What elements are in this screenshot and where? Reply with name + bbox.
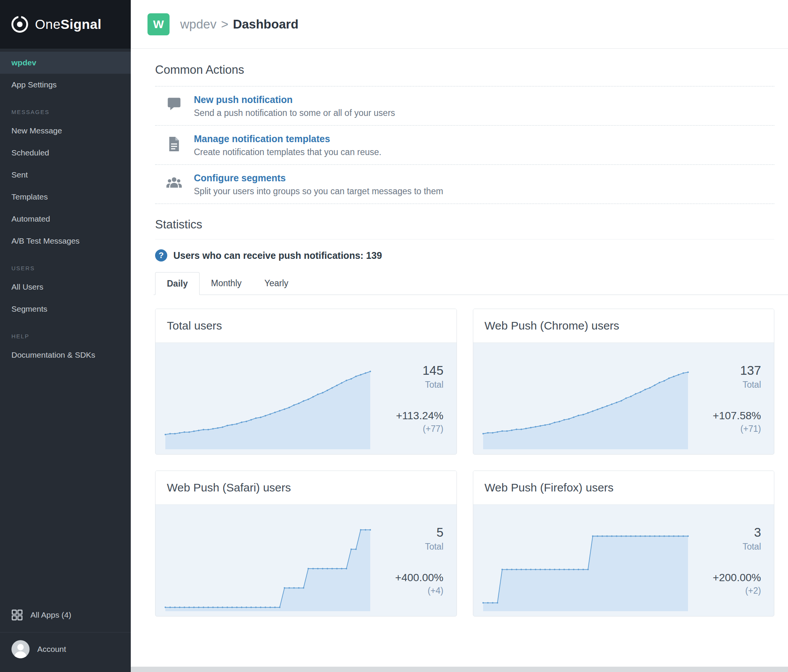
- app-root: OneSignal wpdev App Settings MESSAGES Ne…: [0, 0, 788, 672]
- action-configure-segments-link[interactable]: Configure segments: [194, 173, 443, 184]
- stat-total-label: Total: [375, 542, 443, 552]
- stat-change-pct: +200.00%: [692, 572, 761, 584]
- chart-chrome-users: [482, 357, 690, 450]
- sidebar-item-ab-test-messages[interactable]: A/B Test Messages: [0, 230, 131, 252]
- stat-total-value: 3: [692, 525, 761, 540]
- stat-total-block: 145 Total: [375, 363, 443, 390]
- action-new-push-notification[interactable]: New push notification Send a push notifi…: [155, 87, 774, 126]
- card-safari-users-stats: 5 Total +400.00% (+4): [375, 505, 456, 616]
- action-manage-templates-desc: Create notification templates that you c…: [194, 147, 382, 157]
- action-manage-templates-link[interactable]: Manage notification templates: [194, 133, 382, 145]
- sidebar-item-sent[interactable]: Sent: [0, 164, 131, 186]
- breadcrumb: wpdev > Dashboard: [180, 17, 299, 32]
- brand-name: OneSignal: [35, 17, 102, 32]
- stat-total-label: Total: [692, 380, 761, 390]
- sidebar-item-templates[interactable]: Templates: [0, 186, 131, 208]
- action-text: Manage notification templates Create not…: [194, 133, 382, 157]
- all-apps-label: All Apps (4): [30, 610, 71, 620]
- grid-icon: [11, 608, 24, 621]
- sidebar-section-users: USERS: [0, 252, 131, 276]
- statistics-section: Statistics ? Users who can receive push …: [154, 218, 774, 628]
- stat-change-abs: (+2): [692, 586, 761, 596]
- card-total-users-body: 145 Total +113.24% (+77): [156, 343, 456, 454]
- stats-period-tabs: Daily Monthly Yearly: [154, 272, 788, 295]
- card-safari-users-body: 5 Total +400.00% (+4): [156, 505, 456, 616]
- tab-yearly[interactable]: Yearly: [253, 272, 300, 295]
- action-configure-segments[interactable]: Configure segments Split your users into…: [155, 165, 774, 204]
- onesignal-logo[interactable]: OneSignal: [0, 0, 131, 49]
- stat-change-abs: (+71): [692, 424, 761, 434]
- content: Common Actions New push notification Sen…: [131, 49, 788, 667]
- stat-total-block: 3 Total: [692, 525, 761, 552]
- account-label: Account: [37, 645, 66, 654]
- app-icon[interactable]: W: [148, 13, 170, 35]
- card-chrome-users-body: 137 Total +107.58% (+71): [473, 343, 774, 454]
- stat-change-pct: +400.00%: [375, 572, 443, 584]
- card-firefox-users: Web Push (Firefox) users 3 Total +200.00…: [473, 470, 775, 616]
- card-chrome-users-title: Web Push (Chrome) users: [473, 309, 774, 343]
- sidebar-item-automated[interactable]: Automated: [0, 208, 131, 230]
- help-icon[interactable]: ?: [155, 249, 167, 262]
- action-text: New push notification Send a push notifi…: [194, 94, 395, 118]
- sidebar-item-scheduled[interactable]: Scheduled: [0, 142, 131, 164]
- chart-safari-users: [165, 519, 372, 612]
- card-firefox-users-title: Web Push (Firefox) users: [473, 471, 774, 505]
- stat-total-block: 137 Total: [692, 363, 761, 390]
- brand-name-bold: Signal: [60, 17, 101, 32]
- card-safari-users-title: Web Push (Safari) users: [156, 471, 456, 505]
- stat-total-value: 145: [375, 363, 443, 378]
- sidebar-footer: All Apps (4) Account: [0, 601, 131, 672]
- sidebar-item-app-settings[interactable]: App Settings: [0, 74, 131, 96]
- sidebar-section-help: HELP: [0, 320, 131, 344]
- statistics-title: Statistics: [155, 218, 774, 240]
- stat-change-pct: +113.24%: [375, 410, 443, 422]
- all-apps-button[interactable]: All Apps (4): [0, 601, 131, 629]
- card-total-users: Total users 145 Total +113.24% (+7: [155, 309, 457, 454]
- sidebar: OneSignal wpdev App Settings MESSAGES Ne…: [0, 0, 131, 672]
- tab-daily[interactable]: Daily: [155, 272, 200, 295]
- sidebar-item-segments[interactable]: Segments: [0, 298, 131, 320]
- breadcrumb-separator: >: [221, 17, 228, 32]
- stat-total-label: Total: [375, 380, 443, 390]
- stat-change-block: +113.24% (+77): [375, 410, 443, 434]
- push-users-text: Users who can receive push notifications…: [173, 250, 382, 261]
- stat-total-label: Total: [692, 542, 761, 552]
- stat-total-value: 137: [692, 363, 761, 378]
- card-firefox-users-stats: 3 Total +200.00% (+2): [692, 505, 774, 616]
- stat-change-block: +400.00% (+4): [375, 572, 443, 596]
- breadcrumb-app[interactable]: wpdev: [180, 17, 216, 32]
- action-manage-templates[interactable]: Manage notification templates Create not…: [155, 126, 774, 165]
- common-actions-title: Common Actions: [155, 63, 774, 77]
- sidebar-item-documentation-sdks[interactable]: Documentation & SDKs: [0, 344, 131, 366]
- card-total-users-title: Total users: [156, 309, 456, 343]
- document-icon: [164, 133, 184, 153]
- card-chrome-users: Web Push (Chrome) users 137 Total +107.5…: [473, 309, 775, 454]
- common-actions-section: Common Actions New push notification Sen…: [154, 63, 774, 204]
- card-safari-users: Web Push (Safari) users 5 Total +400.00%: [155, 470, 457, 616]
- sidebar-item-new-message[interactable]: New Message: [0, 120, 131, 142]
- avatar: [11, 639, 30, 659]
- sidebar-section-messages: MESSAGES: [0, 96, 131, 120]
- top-bar: W wpdev > Dashboard: [131, 0, 788, 49]
- sidebar-item-all-users[interactable]: All Users: [0, 276, 131, 298]
- onesignal-logo-icon: [10, 14, 30, 34]
- stat-change-block: +200.00% (+2): [692, 572, 761, 596]
- sidebar-item-wpdev[interactable]: wpdev: [0, 52, 131, 74]
- stat-change-pct: +107.58%: [692, 410, 761, 422]
- stat-change-abs: (+4): [375, 586, 443, 596]
- page-title: Dashboard: [233, 17, 299, 32]
- sidebar-nav: wpdev App Settings MESSAGES New Message …: [0, 49, 131, 601]
- speech-bubble-icon: [164, 94, 184, 112]
- main-area: W wpdev > Dashboard Common Actions: [131, 0, 788, 672]
- tab-monthly[interactable]: Monthly: [200, 272, 253, 295]
- card-chrome-users-stats: 137 Total +107.58% (+71): [692, 343, 774, 454]
- chart-firefox-users: [482, 519, 690, 612]
- account-button[interactable]: Account: [0, 632, 131, 669]
- brand-name-light: One: [35, 17, 60, 32]
- people-icon: [164, 173, 184, 191]
- push-users-summary: ? Users who can receive push notificatio…: [154, 240, 774, 272]
- action-new-push-notification-desc: Send a push notification to some or all …: [194, 108, 395, 118]
- stat-change-abs: (+77): [375, 424, 443, 434]
- card-firefox-users-body: 3 Total +200.00% (+2): [473, 505, 774, 616]
- action-new-push-notification-link[interactable]: New push notification: [194, 94, 395, 105]
